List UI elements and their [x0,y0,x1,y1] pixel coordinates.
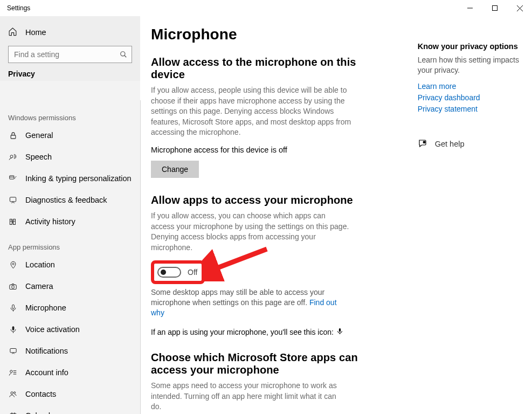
section3-title: Choose which Microsoft Store apps can ac… [151,351,367,376]
svg-rect-21 [12,326,14,330]
mic-access-status: Microphone access for this device is off [151,146,380,154]
svg-point-4 [121,52,125,56]
notifications-icon [8,347,18,355]
section2-note-text: Some desktop apps may still be able to a… [151,288,324,307]
svg-point-28 [11,391,13,394]
section1-title: Allow access to the microphone on this d… [151,56,380,81]
sidebar-item-label: Calendar [25,411,57,414]
sidebar-item-speech[interactable]: Speech [0,146,140,168]
section3-desc: Some apps need to access your microphone… [151,381,345,412]
sidebar-item-account-info[interactable]: Account info [0,362,140,383]
mic-icon-line: If an app is using your microphone, you'… [151,328,380,336]
get-help[interactable]: Get help [418,139,532,150]
minimize-button[interactable] [458,0,482,16]
sidebar-item-activity-history[interactable]: Activity history [0,211,140,232]
section1-desc: If you allow access, people using this d… [151,85,356,138]
svg-rect-1 [493,6,498,11]
content-main: Microphone Allow access to the microphon… [151,26,380,414]
sidebar-item-contacts[interactable]: Contacts [0,383,140,405]
get-help-label: Get help [435,140,465,148]
svg-point-18 [12,285,15,288]
sidebar-item-label: Activity history [25,217,75,226]
camera-icon [8,282,18,291]
sidebar-item-label: Camera [25,282,53,291]
sidebar-item-camera[interactable]: Camera [0,275,140,297]
content: Microphone Allow access to the microphon… [140,16,532,414]
svg-point-29 [14,391,16,393]
sidebar-home[interactable]: Home [0,22,140,43]
learn-more-link[interactable]: Learn more [418,81,532,92]
sidebar-item-label: Speech [25,153,52,161]
sidebar-item-label: Microphone [25,303,66,312]
sidebar-item-voice-activation[interactable]: Voice activation [0,319,140,340]
vertical-separator [140,100,141,414]
search-icon [120,51,127,60]
voice-activation-icon [8,326,18,334]
section2-title: Allow apps to access your microphone [151,194,380,206]
sidebar-item-label: General [25,131,53,140]
location-icon [8,261,18,269]
sidebar-item-inking[interactable]: Inking & typing personalization [0,168,140,189]
window-controls [458,0,532,16]
contacts-icon [8,390,18,398]
svg-point-7 [10,155,13,157]
svg-rect-8 [10,175,14,178]
sidebar: Home Privacy Windows permissions General… [0,16,140,414]
sidebar-item-diagnostics[interactable]: Diagnostics & feedback [0,189,140,211]
window-title: Settings [7,4,30,12]
svg-rect-36 [339,328,341,332]
calendar-icon [8,412,18,415]
apps-access-toggle[interactable] [157,267,181,278]
sidebar-item-general[interactable]: General [0,125,140,146]
search-wrap [0,43,140,63]
change-button[interactable]: Change [151,161,199,178]
sidebar-item-label: Inking & typing personalization [25,174,132,183]
sidebar-item-label: Voice activation [25,325,80,334]
svg-rect-6 [11,135,16,138]
svg-rect-10 [10,197,16,201]
sidebar-item-label: Diagnostics & feedback [25,196,107,204]
sidebar-item-calendar[interactable]: Calendar [0,405,140,414]
section2-note: Some desktop apps may still be able to a… [151,287,350,318]
maximize-button[interactable] [482,0,507,16]
close-button[interactable] [507,0,532,16]
feedback-icon [8,196,18,204]
activity-icon [8,218,18,226]
privacy-statement-link[interactable]: Privacy statement [418,104,532,115]
sidebar-item-label: Account info [25,368,68,377]
home-icon [8,27,18,38]
sidebar-category: Privacy [0,63,140,82]
privacy-dashboard-link[interactable]: Privacy dashboard [418,92,532,104]
svg-point-41 [423,141,425,143]
svg-line-5 [125,56,127,58]
windows-permissions-label: Windows permissions [0,103,140,125]
search-input[interactable] [8,46,132,63]
svg-rect-23 [10,348,16,353]
mic-icon-line-text: If an app is using your microphone, you'… [151,328,334,336]
svg-point-24 [10,370,12,372]
page-title: Microphone [151,26,380,43]
right-title: Know your privacy options [418,42,532,51]
svg-point-16 [12,263,13,265]
sidebar-item-label: Contacts [25,390,56,398]
sidebar-item-microphone[interactable]: Microphone [0,297,140,319]
sidebar-item-notifications[interactable]: Notifications [0,340,140,362]
annotation-highlight: Off [151,260,205,284]
microphone-indicator-icon [336,328,343,336]
account-info-icon [8,369,18,377]
right-desc: Learn how this setting impacts your priv… [418,55,532,75]
right-panel: Know your privacy options Learn how this… [418,26,532,414]
svg-rect-12 [13,219,16,224]
sidebar-item-label: Location [25,260,55,269]
get-help-icon [418,139,427,150]
apps-access-toggle-label: Off [188,268,197,277]
lock-icon [8,132,18,140]
speech-icon [8,153,18,161]
svg-rect-11 [10,219,12,224]
sidebar-item-location[interactable]: Location [0,254,140,275]
sidebar-item-label: Notifications [25,347,68,355]
svg-rect-19 [12,305,14,309]
app-permissions-label: App permissions [0,232,140,254]
inking-icon [8,175,18,183]
section2-desc: If you allow access, you can choose whic… [151,211,350,253]
